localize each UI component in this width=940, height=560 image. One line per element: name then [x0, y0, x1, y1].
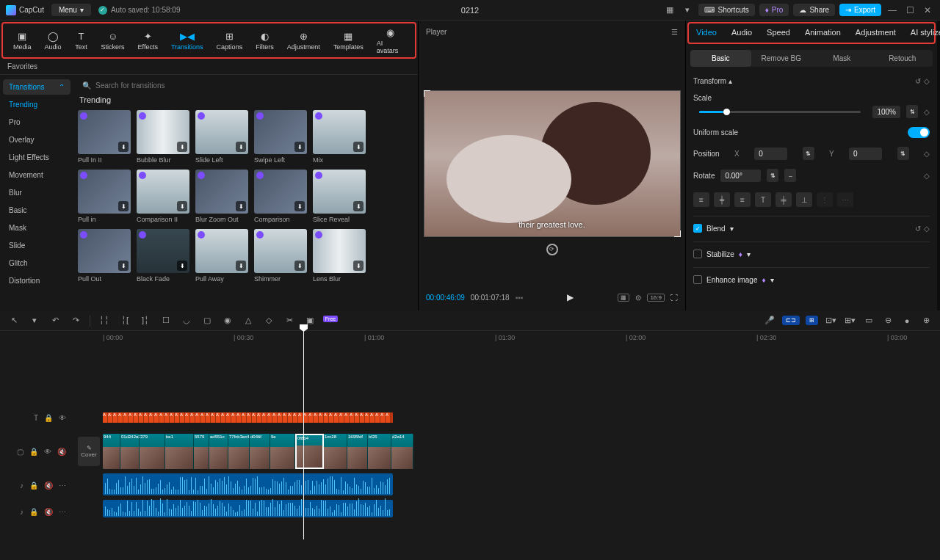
category-blur[interactable]: Blur — [3, 185, 70, 200]
preview-render-icon[interactable]: ▭ — [862, 314, 875, 327]
category-transitions[interactable]: Transitions⌃ — [3, 79, 70, 95]
lock-icon[interactable]: ▢ — [17, 448, 24, 456]
magnetic-icon[interactable]: ⊏⊐ — [782, 316, 800, 325]
visibility-icon[interactable]: 👁 — [44, 448, 51, 456]
audio-track-icon[interactable]: ♪ — [20, 508, 24, 516]
record-icon[interactable]: ◉ — [221, 314, 234, 327]
crop-icon[interactable]: ✂ — [283, 314, 296, 327]
align-top-icon[interactable]: T — [755, 192, 771, 207]
category-pro[interactable]: Pro — [3, 114, 70, 130]
scale-slider[interactable] — [699, 111, 861, 113]
minimize-button[interactable]: — — [886, 4, 899, 17]
inspector-subtab-remove-bg[interactable]: Remove BG — [751, 50, 812, 67]
player-viewport[interactable]: their greatest love. ⟳ — [424, 90, 681, 237]
lock-icon[interactable]: 🔒 — [29, 508, 38, 516]
timecode-options-icon[interactable]: ▪▪▪ — [516, 294, 524, 302]
playhead[interactable] — [303, 327, 304, 539]
category-slide[interactable]: Slide — [3, 238, 70, 253]
category-light-effects[interactable]: Light Effects — [3, 150, 70, 165]
media-tab-filters[interactable]: ◐Filters — [253, 29, 277, 52]
marker-icon[interactable]: ◡ — [180, 314, 193, 327]
reverse-icon[interactable]: △ — [242, 314, 255, 327]
search-input[interactable]: 🔍 Search for transitions — [78, 79, 413, 92]
redo-icon[interactable]: ↷ — [69, 314, 82, 327]
dropdown-icon[interactable]: ▾ — [681, 4, 694, 17]
share-button[interactable]: ☁ Share — [793, 4, 835, 16]
audio-clip-1[interactable] — [103, 473, 393, 495]
transform-label[interactable]: Transform ▴ — [693, 77, 732, 85]
transition-thumb[interactable]: Mix — [313, 110, 366, 164]
aspect-ratio-button[interactable]: 16:9 — [647, 294, 665, 302]
trim-right-icon[interactable]: ]╎ — [139, 314, 152, 327]
mic-icon[interactable]: 🎤 — [763, 314, 776, 327]
category-glitch[interactable]: Glitch — [3, 255, 70, 271]
link-icon[interactable]: ⊞ — [806, 316, 818, 325]
maximize-button[interactable]: ☐ — [903, 4, 916, 17]
keyframe-icon[interactable]: ◇ — [924, 108, 930, 116]
stabilize-section[interactable]: Stabilize ♦ ▾ — [693, 250, 751, 258]
position-x-input[interactable]: 0 — [754, 148, 787, 160]
visibility-icon[interactable]: 👁 — [59, 414, 66, 422]
transition-thumb[interactable]: Pull Out — [78, 229, 131, 283]
blend-section[interactable]: ✓Blend ▾ — [693, 224, 734, 233]
mute-icon[interactable]: 🔇 — [44, 481, 53, 490]
ai-tool-icon[interactable]: ✦Free — [324, 314, 337, 327]
fullscreen-icon[interactable]: ⛶ — [670, 294, 678, 302]
close-button[interactable]: ✕ — [921, 4, 934, 17]
lock-icon[interactable]: 🔒 — [44, 414, 53, 422]
sync-icon[interactable]: ⟳ — [546, 244, 558, 255]
transition-thumb[interactable]: Black Fade — [137, 229, 189, 283]
media-tab-ai-avatars[interactable]: ◉AI avatars — [374, 25, 408, 56]
spinner[interactable]: ⇅ — [767, 169, 778, 182]
category-basic[interactable]: Basic — [3, 203, 70, 218]
inspector-subtab-mask[interactable]: Mask — [811, 50, 872, 67]
mirror-icon[interactable]: ◇ — [262, 314, 275, 327]
menu-button[interactable]: Menu▾ — [51, 4, 91, 16]
transition-thumb[interactable]: Pull in — [78, 170, 131, 223]
cover-button[interactable]: ✎Cover — [78, 437, 100, 466]
keyframe-icon[interactable]: ◇ — [924, 172, 930, 180]
transition-thumb[interactable]: Pull Away — [195, 229, 248, 283]
zoom-slider[interactable]: ● — [900, 314, 914, 327]
lock-icon[interactable]: 🔒 — [29, 448, 38, 456]
text-track-icon[interactable]: T — [34, 414, 38, 422]
media-tab-transitions[interactable]: ▶◀Transitions — [168, 29, 206, 52]
mute-icon[interactable]: 🔇 — [57, 448, 66, 456]
inspector-subtab-retouch[interactable]: Retouch — [872, 50, 933, 67]
media-tab-effects[interactable]: ✦Effects — [135, 29, 161, 52]
transition-thumb[interactable]: Pull In II — [78, 110, 131, 164]
transition-thumb[interactable]: Comparison II — [137, 170, 189, 223]
media-tab-templates[interactable]: ▦Templates — [330, 29, 366, 52]
keyframe-icon[interactable]: ◇ — [924, 77, 930, 85]
position-y-input[interactable]: 0 — [849, 148, 882, 160]
transition-thumb[interactable]: Blur Zoom Out — [195, 170, 248, 223]
text-clips[interactable]: AAAAAAAAAAAAAAAAAAAAAAAAAAAAAAAAAAAAAAAA… — [103, 412, 393, 423]
transition-thumb[interactable]: Bubble Blur — [137, 110, 189, 164]
inspector-tab-video[interactable]: Video — [689, 23, 724, 43]
align-left-icon[interactable]: ≡ — [693, 192, 709, 207]
zoom-out-icon[interactable]: ⊖ — [881, 314, 894, 327]
mute-icon[interactable]: 🔇 — [44, 508, 53, 516]
reset-icon[interactable]: ↺ — [915, 77, 921, 85]
spinner[interactable]: ⇅ — [803, 147, 814, 160]
selection-tool-icon[interactable]: ↖ — [7, 314, 21, 327]
align-bottom-icon[interactable]: ⊥ — [796, 192, 812, 207]
export-button[interactable]: ⇥ Export — [839, 4, 881, 16]
media-tab-audio[interactable]: ◯Audio — [42, 29, 65, 52]
transition-thumb[interactable]: Swipe Left — [254, 110, 307, 164]
media-tab-adjustment[interactable]: ⊕Adjustment — [284, 29, 323, 52]
inspector-subtab-basic[interactable]: Basic — [690, 50, 751, 67]
play-button[interactable]: ▶ — [567, 292, 574, 302]
category-mask[interactable]: Mask — [3, 220, 70, 236]
media-tab-media[interactable]: ▣Media — [10, 29, 35, 52]
category-distortion[interactable]: Distortion — [3, 273, 70, 288]
enhance-section[interactable]: Enhance image ♦ ▾ — [693, 275, 774, 284]
transition-thumb[interactable]: Slice Reveal — [313, 170, 366, 223]
reset-icon[interactable]: ↺ — [915, 225, 921, 233]
track-options-icon[interactable]: ⊞▾ — [843, 314, 856, 327]
inspector-tab-animation[interactable]: Animation — [798, 23, 848, 43]
transition-thumb[interactable]: Slide Left — [195, 110, 248, 164]
pro-button[interactable]: ♦ Pro — [759, 4, 789, 16]
transition-thumb[interactable]: Shimmer — [254, 229, 307, 283]
audio-clip-2[interactable] — [103, 500, 393, 517]
